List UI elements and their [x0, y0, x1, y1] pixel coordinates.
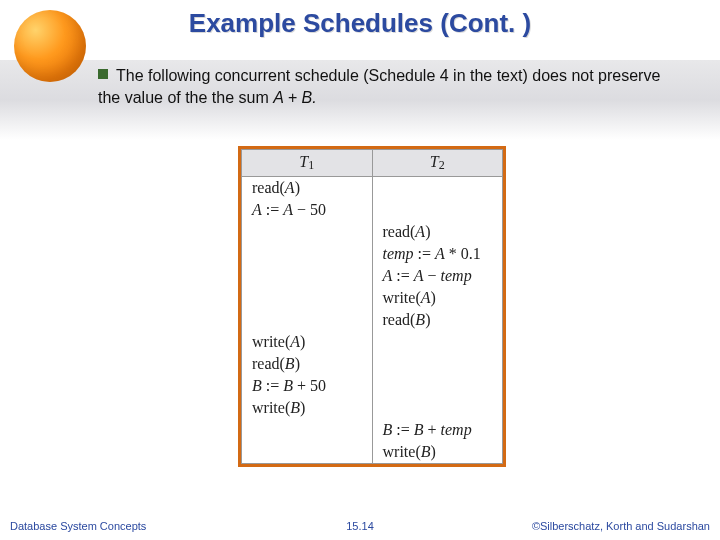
cell-t2 — [372, 199, 503, 221]
cell-t2 — [372, 397, 503, 419]
bullet-text-pre: The following concurrent schedule (Sched… — [98, 67, 660, 106]
t2-label: T — [430, 153, 439, 170]
bullet-text-expr: A + B. — [273, 89, 316, 106]
slide: Example Schedules (Cont. ) The following… — [0, 0, 720, 540]
table-row: read(A) — [242, 177, 503, 200]
table-row: read(B) — [242, 309, 503, 331]
cell-t2: read(A) — [372, 221, 503, 243]
cell-t1 — [242, 287, 373, 309]
cell-t1 — [242, 265, 373, 287]
table-row: write(A) — [242, 331, 503, 353]
table-row: A := A − temp — [242, 265, 503, 287]
table-row: write(A) — [242, 287, 503, 309]
cell-t1 — [242, 441, 373, 464]
table-row: A := A − 50 — [242, 199, 503, 221]
table-row: read(A) — [242, 221, 503, 243]
schedule-table-wrap: T1 T2 read(A)A := A − 50read(A)temp := A… — [238, 146, 506, 467]
table-row: read(B) — [242, 353, 503, 375]
cell-t1: B := B + 50 — [242, 375, 373, 397]
cell-t2: A := A − temp — [372, 265, 503, 287]
footer-right: ©Silberschatz, Korth and Sudarshan — [532, 520, 710, 532]
cell-t2 — [372, 375, 503, 397]
slide-title: Example Schedules (Cont. ) — [0, 8, 720, 39]
cell-t1: A := A − 50 — [242, 199, 373, 221]
cell-t2 — [372, 177, 503, 200]
schedule-table: T1 T2 read(A)A := A − 50read(A)temp := A… — [241, 149, 503, 464]
table-row: write(B) — [242, 397, 503, 419]
table-row: write(B) — [242, 441, 503, 464]
cell-t2: write(B) — [372, 441, 503, 464]
bullet-item: The following concurrent schedule (Sched… — [98, 65, 680, 108]
cell-t2 — [372, 353, 503, 375]
cell-t1: write(B) — [242, 397, 373, 419]
table-body: read(A)A := A − 50read(A)temp := A * 0.1… — [242, 177, 503, 464]
t2-sub: 2 — [439, 158, 445, 172]
cell-t2: write(A) — [372, 287, 503, 309]
cell-t1 — [242, 221, 373, 243]
col-header-t2: T2 — [372, 150, 503, 177]
cell-t1 — [242, 419, 373, 441]
t1-sub: 1 — [308, 158, 314, 172]
cell-t2: read(B) — [372, 309, 503, 331]
bullet-square-icon — [98, 69, 108, 79]
table-row: temp := A * 0.1 — [242, 243, 503, 265]
cell-t2: temp := A * 0.1 — [372, 243, 503, 265]
table-header-row: T1 T2 — [242, 150, 503, 177]
cell-t1 — [242, 243, 373, 265]
col-header-t1: T1 — [242, 150, 373, 177]
cell-t1: write(A) — [242, 331, 373, 353]
cell-t2 — [372, 331, 503, 353]
table-row: B := B + temp — [242, 419, 503, 441]
cell-t1 — [242, 309, 373, 331]
cell-t1: read(A) — [242, 177, 373, 200]
t1-label: T — [299, 153, 308, 170]
cell-t1: read(B) — [242, 353, 373, 375]
cell-t2: B := B + temp — [372, 419, 503, 441]
table-row: B := B + 50 — [242, 375, 503, 397]
